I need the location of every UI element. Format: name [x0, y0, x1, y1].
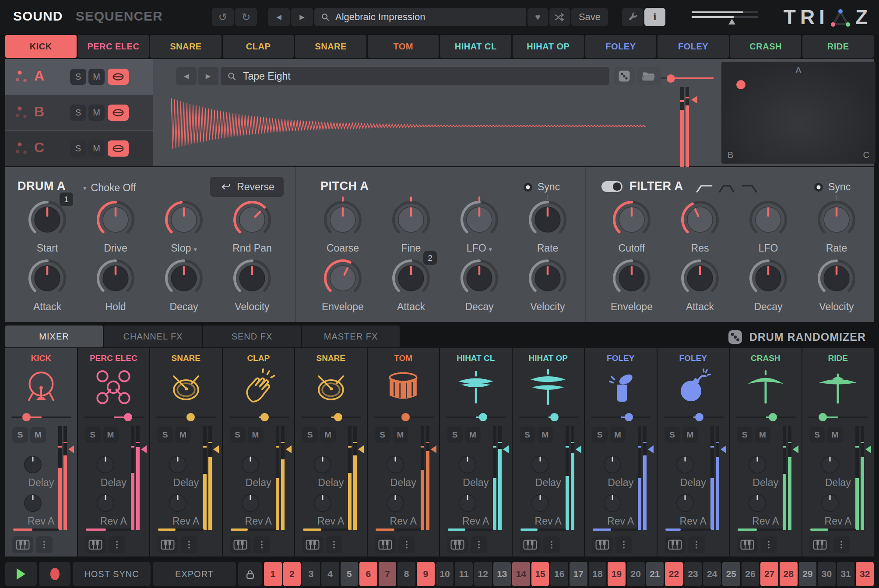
channel-delay-knob[interactable]: [457, 454, 478, 475]
tab-mixer[interactable]: MIXER: [5, 326, 103, 347]
channel-options-button[interactable]: [471, 536, 487, 553]
step-29[interactable]: 29: [799, 562, 817, 586]
channel-reverb-knob[interactable]: [240, 493, 261, 514]
channel-delay-knob[interactable]: [819, 454, 840, 475]
channel-solo-button[interactable]: S: [12, 427, 28, 443]
slider-handle[interactable]: [186, 413, 195, 421]
meter-marker[interactable]: [141, 445, 147, 453]
drum-attack-knob[interactable]: Attack: [21, 253, 74, 318]
load-sample-button[interactable]: [636, 67, 661, 85]
step-11[interactable]: 11: [455, 562, 473, 586]
step-25[interactable]: 25: [722, 562, 740, 586]
pitch-attack-knob[interactable]: Attack2: [385, 253, 437, 318]
channel-solo-button[interactable]: S: [520, 427, 535, 443]
slider-handle[interactable]: [260, 413, 269, 421]
channel-reverb-knob[interactable]: [747, 493, 768, 514]
slider-handle[interactable]: [625, 413, 633, 421]
step-16[interactable]: 16: [550, 562, 568, 586]
pitch-coarse-knob[interactable]: Coarse: [316, 194, 369, 260]
channel-mute-button[interactable]: M: [103, 427, 119, 443]
channel-mute-button[interactable]: M: [610, 427, 626, 443]
sample-next-button[interactable]: ▶: [198, 67, 218, 85]
slider-handle[interactable]: [769, 413, 777, 421]
xy-pad-handle[interactable]: [736, 80, 745, 89]
channel-mute-button[interactable]: M: [30, 427, 46, 443]
drum-drive-knob[interactable]: Drive: [89, 194, 142, 260]
sample-volume-slider[interactable]: [661, 74, 714, 83]
channel-pan-slider[interactable]: [229, 413, 289, 421]
meter-marker[interactable]: [286, 445, 292, 453]
meter-marker[interactable]: [68, 445, 74, 453]
track-tab-foley-10[interactable]: FOLEY: [657, 35, 729, 58]
step-31[interactable]: 31: [837, 562, 855, 586]
channel-options-button[interactable]: [398, 536, 415, 553]
drum-randomizer[interactable]: DRUM RANDOMIZER: [727, 327, 866, 346]
channel-keys-button[interactable]: [809, 536, 830, 553]
meter-marker[interactable]: [358, 445, 364, 453]
filter-decay-knob[interactable]: Decay: [742, 253, 795, 318]
channel-pan-slider[interactable]: [809, 413, 868, 421]
channel-solo-button[interactable]: S: [447, 427, 463, 443]
step-32[interactable]: 32: [856, 562, 874, 586]
channel-options-button[interactable]: [760, 536, 777, 553]
stereo-width-slider[interactable]: [692, 11, 758, 25]
meter-marker[interactable]: [213, 445, 219, 453]
track-tab-ride-12[interactable]: RIDE: [802, 35, 874, 58]
channel-pan-slider[interactable]: [301, 413, 361, 421]
step-13[interactable]: 13: [493, 562, 511, 586]
channel-reverb-knob[interactable]: [167, 493, 188, 514]
filter-lfo-knob[interactable]: LFO: [742, 194, 795, 260]
channel-keys-button[interactable]: [520, 536, 541, 553]
channel-keys-button[interactable]: [302, 536, 323, 553]
drum-rnd-pan-knob[interactable]: Rnd Pan: [226, 194, 278, 260]
step-6[interactable]: 6: [359, 562, 377, 586]
drum-start-knob[interactable]: Start1: [21, 194, 74, 260]
slider-handle[interactable]: [550, 413, 559, 421]
play-button[interactable]: [5, 562, 37, 586]
channel-reverb-knob[interactable]: [22, 493, 43, 514]
filter-cutoff-knob[interactable]: Cutoff: [605, 194, 658, 260]
step-20[interactable]: 20: [627, 562, 645, 586]
layer-c-solo-button[interactable]: S: [70, 140, 86, 157]
track-tab-snare-3[interactable]: SNARE: [150, 35, 222, 58]
random-sample-button[interactable]: [614, 67, 635, 85]
preset-search-box[interactable]: [314, 8, 526, 26]
channel-reverb-knob[interactable]: [457, 493, 478, 514]
track-tab-kick-1[interactable]: KICK: [5, 35, 77, 58]
channel-reverb-knob[interactable]: [530, 493, 551, 514]
channel-delay-knob[interactable]: [602, 454, 623, 475]
filter-type-highpass-button[interactable]: [695, 182, 714, 194]
channel-delay-knob[interactable]: [95, 454, 116, 475]
pitch-envelope-knob[interactable]: Envelope: [316, 253, 369, 318]
channel-mute-button[interactable]: M: [248, 427, 264, 443]
layer-b-mute-button[interactable]: M: [88, 105, 105, 121]
channel-pan-slider[interactable]: [664, 413, 724, 421]
pitch-decay-knob[interactable]: Decay: [453, 253, 506, 318]
meter-marker[interactable]: [865, 445, 871, 453]
meter-marker[interactable]: [721, 445, 726, 453]
channel-delay-knob[interactable]: [747, 454, 768, 475]
channel-options-button[interactable]: [326, 536, 342, 553]
step-7[interactable]: 7: [379, 562, 397, 586]
tab-channel-fx[interactable]: CHANNEL FX: [104, 326, 202, 347]
channel-mute-button[interactable]: M: [393, 427, 408, 443]
channel-mute-button[interactable]: M: [538, 427, 553, 443]
redo-button[interactable]: ↻: [235, 8, 257, 26]
channel-pan-slider[interactable]: [156, 413, 216, 421]
layer-a-solo-button[interactable]: S: [70, 69, 86, 85]
save-button[interactable]: Save: [571, 8, 608, 26]
track-tab-crash-11[interactable]: CRASH: [730, 35, 802, 58]
filter-type-lowpass-button[interactable]: [741, 182, 759, 194]
layer-row-b[interactable]: BSM: [5, 95, 153, 130]
preset-search-input[interactable]: [334, 11, 520, 23]
slider-handle[interactable]: [479, 413, 487, 421]
pitch-rate-knob[interactable]: Rate: [521, 194, 574, 260]
channel-mute-button[interactable]: M: [682, 427, 698, 443]
tab-send-fx[interactable]: SEND FX: [203, 326, 301, 347]
channel-delay-knob[interactable]: [530, 454, 551, 475]
meter-marker[interactable]: [576, 445, 581, 453]
track-tab-perc-elec-2[interactable]: PERC ELEC: [78, 35, 149, 58]
step-8[interactable]: 8: [397, 562, 415, 586]
channel-mute-button[interactable]: M: [465, 427, 481, 443]
slider-handle[interactable]: [667, 74, 675, 83]
